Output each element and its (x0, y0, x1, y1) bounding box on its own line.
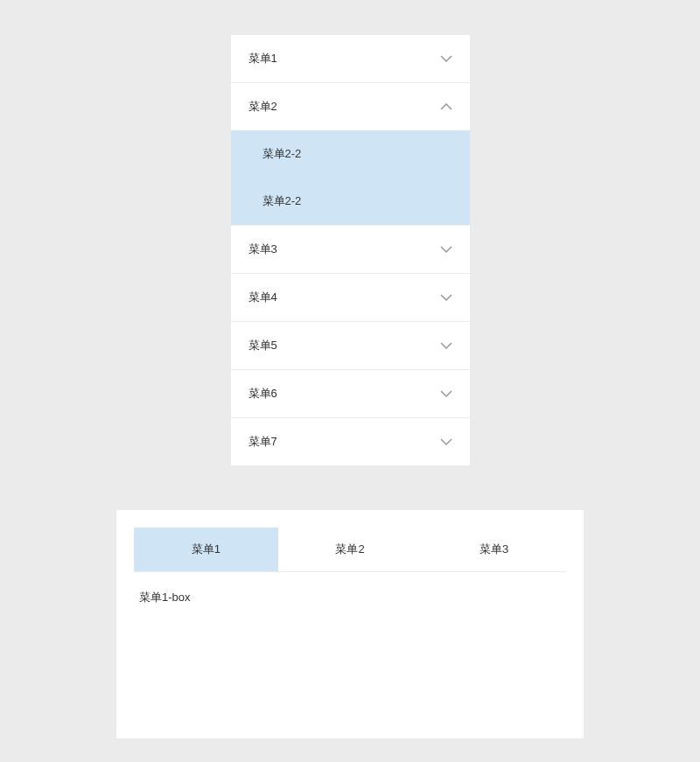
tab-2[interactable]: 菜单2 (278, 528, 423, 571)
accordion-header-6[interactable]: 菜单6 (231, 370, 470, 417)
accordion-item-5: 菜单5 (231, 322, 470, 370)
accordion-label: 菜单4 (248, 290, 277, 305)
accordion-header-2[interactable]: 菜单2 (231, 83, 470, 130)
accordion-header-7[interactable]: 菜单7 (231, 418, 470, 465)
accordion-label: 菜单3 (248, 241, 277, 257)
tab-1[interactable]: 菜单1 (134, 528, 278, 571)
chevron-down-icon (440, 243, 452, 255)
accordion-item-7: 菜单7 (231, 418, 470, 466)
accordion-header-4[interactable]: 菜单4 (231, 274, 470, 321)
accordion-item-1: 菜单1 (231, 35, 470, 83)
accordion-header-5[interactable]: 菜单5 (231, 322, 470, 369)
accordion-label: 菜单1 (248, 51, 277, 66)
tabs-panel: 菜单1 菜单2 菜单3 菜单1-box (116, 510, 584, 738)
chevron-down-icon (440, 388, 452, 400)
chevron-down-icon (440, 52, 452, 65)
accordion-item-4: 菜单4 (231, 274, 470, 322)
submenu-item[interactable]: 菜单2-2 (231, 178, 470, 225)
tab-content: 菜单1-box (134, 572, 566, 703)
submenu-2: 菜单2-2 菜单2-2 (231, 130, 470, 225)
accordion-label: 菜单7 (248, 434, 277, 450)
accordion-header-3[interactable]: 菜单3 (231, 226, 470, 273)
accordion-item-3: 菜单3 (231, 226, 470, 274)
accordion-label: 菜单2 (248, 99, 277, 115)
tab-3[interactable]: 菜单3 (422, 528, 566, 571)
chevron-up-icon (440, 101, 452, 113)
accordion-header-1[interactable]: 菜单1 (231, 35, 470, 82)
chevron-down-icon (440, 291, 452, 304)
submenu-item[interactable]: 菜单2-2 (231, 130, 470, 178)
accordion-label: 菜单6 (248, 386, 277, 402)
accordion-menu: 菜单1 菜单2 菜单2-2 菜单2-2 菜单3 菜单4 (231, 35, 470, 466)
accordion-item-2: 菜单2 菜单2-2 菜单2-2 (231, 83, 470, 226)
chevron-down-icon (440, 436, 452, 448)
tab-row: 菜单1 菜单2 菜单3 (134, 528, 566, 572)
accordion-label: 菜单5 (248, 338, 277, 353)
accordion-item-6: 菜单6 (231, 370, 470, 418)
chevron-down-icon (440, 339, 452, 352)
